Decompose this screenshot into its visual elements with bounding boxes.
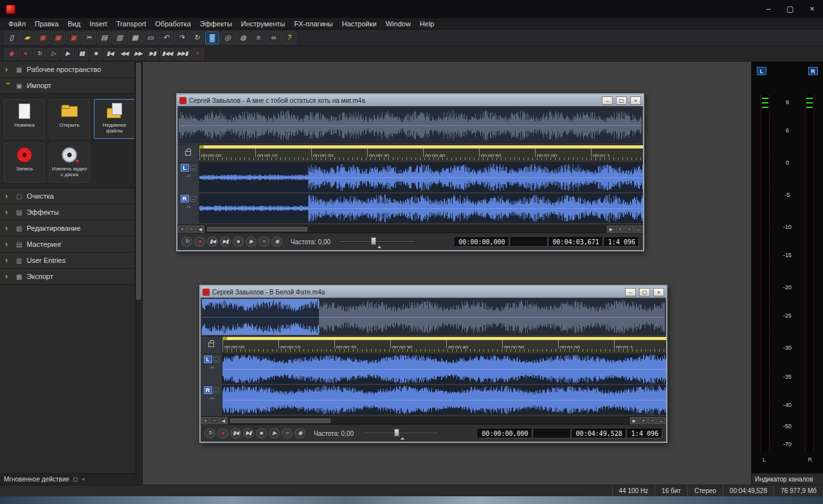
cursor-marker[interactable] [222, 337, 227, 340]
scrollbar-thumb[interactable] [207, 227, 307, 231]
loop-playback-icon[interactable]: ↻ [181, 237, 192, 247]
sidebar-scrollbar[interactable] [135, 62, 143, 485]
scrub-icon[interactable]: ≈ [282, 428, 293, 438]
trim-icon[interactable]: ▭ [143, 32, 158, 44]
menu-item[interactable]: Вид [63, 19, 85, 28]
monitor-icon[interactable]: ◉ [294, 428, 305, 438]
loop-playback-icon[interactable]: ↻ [204, 428, 215, 438]
scrollbar-button[interactable]: ◀ [196, 226, 204, 233]
save-icon[interactable]: ▣ [35, 32, 50, 44]
delete-marker-icon[interactable]: × [191, 48, 204, 60]
playbar[interactable] [222, 337, 666, 340]
window-titlebar[interactable]: Сергей Завьялов - А мне с тобой остаться… [177, 94, 643, 106]
scrollbar-button[interactable]: + [201, 417, 210, 424]
menu-item[interactable]: Файл [4, 19, 30, 28]
scrollbar-button[interactable]: − [648, 417, 656, 424]
scrollbar-button[interactable]: − [625, 226, 633, 233]
mix-icon[interactable]: ▦ [128, 32, 142, 44]
import-tile[interactable]: Недавние файлы [94, 99, 134, 139]
play-icon[interactable]: ▶ [269, 428, 280, 438]
window-minimize-button[interactable]: – [625, 288, 636, 296]
scrollbar-button[interactable]: − [210, 417, 219, 424]
channel-right-waveform[interactable] [199, 194, 643, 223]
save-all-icon[interactable]: ▣ [51, 32, 65, 44]
close-button[interactable]: × [801, 0, 823, 18]
record-remote-icon[interactable]: ◉ [5, 48, 17, 60]
zoom-selection-icon[interactable]: ◍ [236, 32, 250, 44]
record-icon[interactable]: ● [194, 237, 205, 247]
channel-left-waveform[interactable] [199, 163, 643, 192]
channel-left-waveform[interactable] [222, 354, 666, 384]
menu-item[interactable]: Insert [85, 19, 112, 28]
channel-collapse-button[interactable]: – [190, 165, 196, 171]
horizontal-scrollbar[interactable]: +−◀ ▶+−↔ [177, 224, 643, 233]
record-icon[interactable]: ● [217, 428, 228, 438]
overview-waveform[interactable] [202, 299, 665, 335]
channel-right-badge[interactable]: R [204, 386, 212, 394]
playbar[interactable] [199, 145, 643, 148]
sidebar-item-export[interactable]: › ▩ Экспорт [0, 269, 134, 285]
monitor-icon[interactable]: ◉ [271, 237, 282, 247]
snap-icon[interactable]: ≡ [251, 32, 266, 44]
paste-icon[interactable]: ▥ [113, 32, 127, 44]
sidebar-item-effects[interactable]: › ▨ Эффекты [0, 204, 134, 221]
scrollbar-button[interactable]: ▶ [607, 226, 615, 233]
scrollbar-track[interactable] [205, 226, 606, 233]
go-to-end-icon[interactable]: ▶▮ [243, 428, 254, 438]
time-ruler[interactable]: 00:00:0000:00:1000:00:2000:00:3000:00:40… [177, 145, 643, 163]
minimize-button[interactable]: – [757, 0, 779, 18]
document-window-2[interactable]: Сергей Завьялов - В Белой Фате.m4a – ▢ ×… [199, 285, 667, 443]
spectrum-icon[interactable]: ▓ [205, 32, 219, 44]
close-panel-icon[interactable]: × [82, 476, 85, 482]
titlebar[interactable]: – ▢ × [0, 0, 823, 18]
menu-item[interactable]: Обработка [150, 19, 195, 28]
help-icon[interactable]: ? [282, 32, 296, 44]
jump-start-icon[interactable]: ▮◀◀ [160, 48, 174, 60]
go-to-start-icon[interactable]: ▮◀ [230, 428, 241, 438]
scrollbar-button[interactable]: ↔ [634, 226, 642, 233]
lock-icon[interactable] [185, 151, 191, 156]
undo-icon[interactable]: ↶ [159, 32, 173, 44]
channel-right-waveform[interactable] [222, 385, 666, 415]
menu-item[interactable]: FX-плагины [289, 19, 337, 28]
new-icon[interactable]: ▯ [5, 32, 19, 44]
play-icon[interactable]: ▶ [246, 237, 257, 247]
scrollbar-button[interactable]: ↔ [657, 417, 665, 424]
window-maximize-button[interactable]: ▢ [639, 288, 650, 296]
chain-icon[interactable]: ∞ [267, 32, 281, 44]
channel-collapse-button[interactable]: – [213, 388, 219, 393]
record-icon[interactable]: ● [19, 48, 32, 60]
document-window-1[interactable]: Сергей Завьялов - А мне с тобой остаться… [176, 93, 644, 251]
import-tile[interactable]: Открыть [49, 99, 90, 139]
go-to-end-icon[interactable]: ▶▮ [220, 237, 231, 247]
sidebar-item-import[interactable]: › ▣ Импорт [0, 78, 134, 94]
restore-panel-icon[interactable]: ▢ [73, 476, 78, 482]
forward-icon[interactable]: ▶▶ [132, 48, 145, 60]
import-tile[interactable]: Новинка [4, 99, 45, 139]
cut-icon[interactable]: ✂ [82, 32, 96, 44]
scrollbar-button[interactable]: + [178, 226, 186, 233]
menu-item[interactable]: Window [381, 19, 415, 28]
play-all-icon[interactable]: ▷ [47, 48, 60, 60]
import-tile[interactable]: Извлечь аудио с диска [49, 143, 90, 183]
window-minimize-button[interactable]: – [602, 96, 613, 105]
menu-item[interactable]: Эффекты [195, 19, 237, 28]
meters-caption[interactable]: Индикатор каналов [752, 473, 823, 485]
maximize-button[interactable]: ▢ [779, 0, 801, 18]
menu-item[interactable]: Инструменты [237, 19, 290, 28]
window-maximize-button[interactable]: ▢ [616, 96, 627, 105]
jump-end-icon[interactable]: ▶▶▮ [176, 48, 190, 60]
sidebar-item-cleanup[interactable]: › ▢ Очистка [0, 188, 134, 204]
window-close-button[interactable]: × [630, 96, 641, 105]
sidebar-item-workspace[interactable]: › ▦ Рабочее пространство [0, 62, 134, 78]
slider-thumb[interactable] [371, 237, 376, 245]
scrollbar-thumb[interactable] [230, 419, 330, 423]
channel-collapse-button[interactable]: – [190, 196, 196, 202]
channel-right-badge[interactable]: R [181, 195, 189, 203]
lock-icon[interactable] [208, 343, 214, 347]
scrollbar-button[interactable]: + [616, 226, 624, 233]
repeat-icon[interactable]: ↻ [190, 32, 204, 44]
stop-icon[interactable]: ■ [89, 48, 102, 60]
loop-playback-icon[interactable]: ↻ [33, 48, 46, 60]
scrollbar-button[interactable]: ▶ [630, 417, 638, 424]
